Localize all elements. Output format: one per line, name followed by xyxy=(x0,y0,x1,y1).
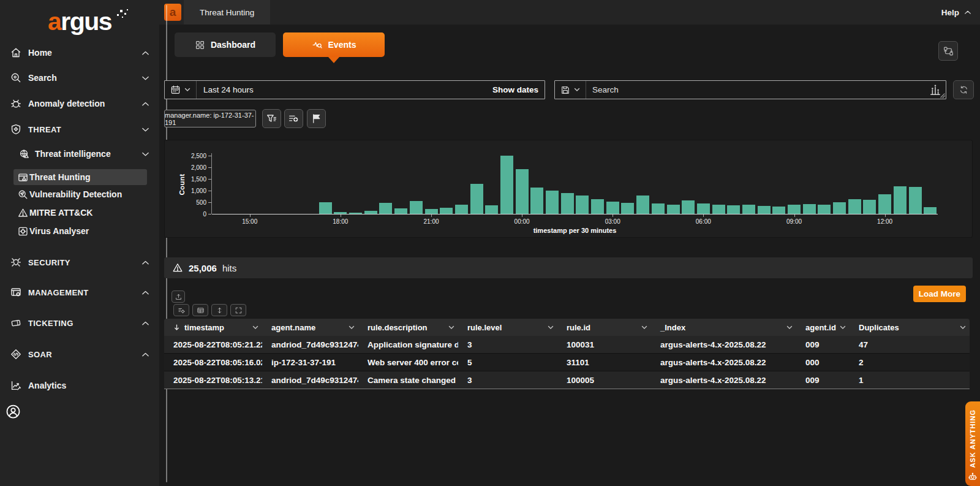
histogram-bar-20:00[interactable] xyxy=(394,208,407,214)
column-header-rule-level[interactable]: rule.level xyxy=(458,319,557,336)
column-header-rule-id[interactable]: rule.id xyxy=(557,319,651,336)
column-menu-chevron-icon[interactable] xyxy=(448,325,454,330)
histogram-bar-03:00[interactable] xyxy=(606,202,619,214)
histogram-bar-08:30[interactable] xyxy=(772,207,785,214)
histogram-bar-09:30[interactable] xyxy=(803,204,816,214)
histogram-bar-05:30[interactable] xyxy=(682,200,695,214)
workflow-button[interactable] xyxy=(938,41,958,61)
histogram-bar-04:30[interactable] xyxy=(652,203,665,214)
histogram-bar-02:30[interactable] xyxy=(591,199,604,214)
fullscreen-button[interactable] xyxy=(230,304,246,316)
ask-anything-button[interactable]: ASK ANYTHING xyxy=(965,401,980,486)
histogram-bar-23:30[interactable] xyxy=(500,156,513,214)
histogram-bar-12:30[interactable] xyxy=(894,186,907,214)
flag-button[interactable] xyxy=(307,109,326,128)
sidebar-item-ticketing[interactable]: TICKETING xyxy=(0,316,159,330)
histogram-bar-18:00[interactable] xyxy=(334,212,347,214)
histogram-bar-17:30[interactable] xyxy=(319,202,332,214)
date-range-picker[interactable]: Last 24 hours Show dates xyxy=(164,80,545,99)
histogram-bar-00:00[interactable] xyxy=(516,169,529,214)
histogram-bar-11:00[interactable] xyxy=(848,199,861,214)
search-input[interactable] xyxy=(586,81,928,99)
sidebar-item-security[interactable]: SECURITY xyxy=(0,255,159,270)
histogram-bar-23:00[interactable] xyxy=(485,205,498,214)
histogram-bar-13:00[interactable] xyxy=(909,187,922,214)
table-row[interactable]: 2025-08-22T08:05:21.223+00:00andriod_7d4… xyxy=(164,336,970,354)
sidebar-item-soar[interactable]: SOAR xyxy=(0,347,159,362)
histogram-bar-08:00[interactable] xyxy=(758,206,771,214)
load-more-button[interactable]: Load More xyxy=(913,286,966,302)
column-menu-chevron-icon[interactable] xyxy=(786,325,793,330)
sidebar-item-virus-analyser[interactable]: Virus Analyser xyxy=(0,224,159,238)
column-header--index[interactable]: _Index xyxy=(651,319,796,336)
sidebar-item-mitre-att-ck[interactable]: MITRE ATT&CK xyxy=(0,205,159,220)
profile-icon[interactable] xyxy=(6,404,21,419)
column-settings-button[interactable] xyxy=(173,304,189,316)
histogram-bar-18:30[interactable] xyxy=(349,213,362,214)
sidebar-item-threat-intelligence[interactable]: Threat intelligence xyxy=(0,146,159,161)
filter-options-button[interactable] xyxy=(262,109,281,128)
histogram-bar-07:30[interactable] xyxy=(742,205,755,214)
histogram-bar-13:30[interactable] xyxy=(924,207,937,214)
histogram-bar-02:00[interactable] xyxy=(576,196,589,214)
histogram-bar-22:30[interactable] xyxy=(470,184,483,214)
column-menu-chevron-icon[interactable] xyxy=(840,325,846,330)
table-row[interactable]: 2025-08-22T08:05:13.213+00:00andriod_7d4… xyxy=(164,371,970,389)
histogram-bar-05:00[interactable] xyxy=(667,205,680,214)
table-row[interactable]: 2025-08-22T08:05:16.027+00:00ip-172-31-3… xyxy=(164,354,970,371)
saved-query-dropdown[interactable] xyxy=(555,81,586,99)
row-height-button[interactable] xyxy=(211,304,227,316)
column-menu-chevron-icon[interactable] xyxy=(548,325,554,330)
density-button[interactable] xyxy=(192,304,208,316)
argus-logo[interactable]: argus xyxy=(0,5,159,38)
histogram-bar-07:00[interactable] xyxy=(727,205,740,214)
histogram-bar-19:00[interactable] xyxy=(364,211,377,214)
histogram-bar-06:00[interactable] xyxy=(697,203,710,214)
histogram-bar-10:00[interactable] xyxy=(818,205,831,214)
column-menu-chevron-icon[interactable] xyxy=(252,325,258,330)
histogram-bar-21:30[interactable] xyxy=(440,208,453,214)
histogram-bar-19:30[interactable] xyxy=(379,203,392,214)
page-tab-threat-hunting[interactable]: Threat Hunting xyxy=(184,0,270,25)
show-dates-button[interactable]: Show dates xyxy=(492,85,545,94)
column-menu-chevron-icon[interactable] xyxy=(349,325,355,330)
histogram-bar-22:00[interactable] xyxy=(455,205,468,214)
histogram-bar-09:00[interactable] xyxy=(788,205,801,214)
date-picker-dropdown[interactable] xyxy=(165,81,197,99)
column-header-agent-id[interactable]: agent.id xyxy=(796,319,850,336)
histogram-bar-06:30[interactable] xyxy=(712,205,725,214)
resize-handle[interactable] xyxy=(940,93,945,98)
tab-events[interactable]: Events xyxy=(283,32,385,57)
sidebar-item-vulnerability-detection[interactable]: Vulnerability Detection xyxy=(0,187,159,202)
histogram-bar-12:00[interactable] xyxy=(878,194,891,215)
sidebar-item-search[interactable]: Search xyxy=(0,70,159,85)
add-filter-button[interactable] xyxy=(284,109,303,128)
histogram-bar-10:30[interactable] xyxy=(833,202,846,214)
sidebar-item-threat[interactable]: THREAT xyxy=(0,122,159,137)
column-header-duplicates[interactable]: Duplicates xyxy=(850,319,970,336)
help-menu[interactable]: Help xyxy=(941,0,971,25)
histogram-bar-03:30[interactable] xyxy=(621,203,634,214)
histogram-bar-01:00[interactable] xyxy=(546,191,559,214)
sidebar-item-threat-hunting[interactable]: Threat Hunting xyxy=(13,169,147,185)
load-more-label: Load More xyxy=(919,289,960,298)
column-header-rule-description[interactable]: rule.description xyxy=(358,319,458,336)
column-header-agent-name[interactable]: agent.name xyxy=(262,319,358,336)
filter-pill[interactable]: manager.name: ip-172-31-37-191 xyxy=(164,110,256,127)
tab-dashboard[interactable]: Dashboard xyxy=(175,32,276,57)
sidebar-item-home[interactable]: Home xyxy=(0,45,159,60)
histogram-bar-01:30[interactable] xyxy=(561,193,574,214)
histogram-bar-11:30[interactable] xyxy=(863,200,876,214)
column-menu-chevron-icon[interactable] xyxy=(960,325,966,330)
column-header-timestamp[interactable]: timestamp xyxy=(164,319,262,336)
sidebar-item-management[interactable]: MANAGEMENT xyxy=(0,285,159,300)
export-button[interactable] xyxy=(172,290,185,303)
column-menu-chevron-icon[interactable] xyxy=(641,325,647,330)
sidebar-item-anomaly-detection[interactable]: Anomaly detection xyxy=(0,96,159,111)
histogram-bar-20:30[interactable] xyxy=(410,201,423,214)
histogram-bar-21:00[interactable] xyxy=(425,209,438,214)
sidebar-item-analytics[interactable]: Analytics xyxy=(0,378,159,393)
histogram-bar-04:00[interactable] xyxy=(636,196,649,214)
refresh-button[interactable] xyxy=(953,80,974,99)
histogram-bar-00:30[interactable] xyxy=(530,188,543,214)
